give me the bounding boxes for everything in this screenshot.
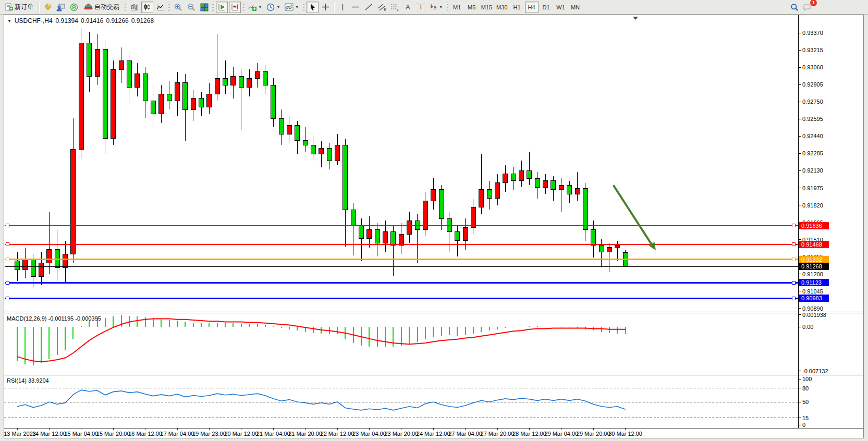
svg-text:17 Mar 04:00: 17 Mar 04:00 bbox=[161, 431, 194, 437]
svg-text:0.91975: 0.91975 bbox=[802, 185, 823, 191]
chart-canvas[interactable]: 0.933700.932150.930600.929050.927500.925… bbox=[4, 15, 863, 438]
timeframe-m1[interactable]: M1 bbox=[450, 2, 464, 13]
equidistant-channel-tool[interactable]: E bbox=[376, 2, 388, 13]
new-order-button[interactable]: 新订单 bbox=[2, 2, 36, 13]
template-button[interactable]: ▼ bbox=[283, 2, 301, 13]
tile-windows-icon bbox=[200, 3, 209, 11]
zoom-out-button[interactable] bbox=[185, 2, 197, 13]
chart-window: ▼ USDCHF-,H4 0.91394 0.91416 0.91266 0.9… bbox=[4, 15, 864, 438]
dropdown-caret-icon: ▼ bbox=[276, 5, 280, 9]
arrows-tool[interactable]: ▼ bbox=[428, 2, 445, 13]
collapse-triangle-icon[interactable]: ▼ bbox=[7, 19, 11, 23]
toolbar-grip bbox=[125, 3, 126, 12]
auto-trading-button[interactable]: 自动交易 bbox=[81, 2, 123, 13]
rsi-label: RSI(14) 33.9204 bbox=[7, 377, 49, 384]
svg-text:0.91045: 0.91045 bbox=[802, 288, 823, 295]
svg-text:0.90890: 0.90890 bbox=[802, 305, 823, 312]
periods-button[interactable]: ▼ bbox=[265, 2, 282, 13]
toolbar-separator bbox=[39, 2, 40, 13]
signals-button[interactable] bbox=[68, 2, 80, 13]
timeframe-h1[interactable]: H1 bbox=[510, 2, 524, 13]
timeframe-d1[interactable]: D1 bbox=[540, 2, 553, 13]
line-chart-button[interactable] bbox=[154, 2, 166, 13]
cursor-button[interactable] bbox=[307, 2, 319, 13]
svg-text:0.91820: 0.91820 bbox=[802, 202, 823, 209]
mt4-terminal: { "toolbar": { "new_order_label": "新订单",… bbox=[0, 0, 868, 441]
svg-text:0.92130: 0.92130 bbox=[802, 167, 823, 174]
fibonacci-tool[interactable]: F bbox=[389, 2, 401, 13]
tile-windows-button[interactable] bbox=[198, 2, 210, 13]
horizontal-line-icon bbox=[351, 3, 360, 11]
timeframe-m30[interactable]: M30 bbox=[495, 2, 509, 13]
svg-text:0.00: 0.00 bbox=[802, 324, 813, 330]
open-value: 0.91394 bbox=[56, 17, 78, 24]
timeframe-mn[interactable]: MN bbox=[569, 2, 582, 13]
toolbar-separator bbox=[334, 2, 335, 13]
timeframe-w1[interactable]: W1 bbox=[554, 2, 568, 13]
crosshair-icon bbox=[322, 3, 329, 11]
timeframe-h4[interactable]: H4 bbox=[525, 2, 539, 13]
svg-text:0.91123: 0.91123 bbox=[801, 279, 822, 286]
timeframe-m5[interactable]: M5 bbox=[465, 2, 479, 13]
cursor-icon bbox=[309, 3, 316, 11]
svg-text:E: E bbox=[384, 8, 386, 11]
gold-diamond-icon bbox=[44, 3, 52, 11]
indicators-icon bbox=[248, 3, 256, 11]
price-tag-0.91332: 0.91332 bbox=[799, 256, 829, 263]
notification-badge[interactable]: 1 bbox=[810, 0, 817, 7]
svg-text:0.93370: 0.93370 bbox=[802, 30, 823, 36]
toolbar-grip bbox=[212, 3, 214, 12]
symbol-period-label: USDCHF-,H4 bbox=[15, 17, 53, 24]
new-order-icon bbox=[5, 3, 13, 11]
candlestick-chart-button[interactable] bbox=[141, 2, 153, 13]
dropdown-caret-icon: ▼ bbox=[258, 5, 262, 9]
vertical-line-tool[interactable] bbox=[337, 2, 349, 13]
bar-chart-button[interactable] bbox=[128, 2, 140, 13]
label-tool[interactable]: T bbox=[415, 2, 427, 13]
svg-text:14 Mar 12:00: 14 Mar 12:00 bbox=[32, 431, 66, 437]
text-tool[interactable]: A bbox=[402, 2, 414, 13]
svg-text:-0.007132: -0.007132 bbox=[802, 368, 828, 374]
high-value: 0.91416 bbox=[81, 17, 103, 24]
navigator-button[interactable] bbox=[55, 2, 67, 13]
navigator-icon bbox=[56, 3, 65, 11]
toolbar-grip bbox=[168, 3, 170, 12]
chart-shift-icon bbox=[231, 3, 239, 11]
trendline-tool[interactable] bbox=[363, 2, 375, 13]
close-value: 0.91268 bbox=[131, 17, 154, 24]
svg-text:21 Mar 04:00: 21 Mar 04:00 bbox=[256, 431, 290, 437]
svg-text:0.91468: 0.91468 bbox=[801, 241, 822, 248]
svg-text:0.91200: 0.91200 bbox=[802, 271, 823, 277]
svg-text:27 Mar 04:00: 27 Mar 04:00 bbox=[448, 431, 482, 437]
svg-text:0.91636: 0.91636 bbox=[801, 223, 822, 229]
svg-text:0.93060: 0.93060 bbox=[802, 64, 823, 70]
arrows-tool-icon bbox=[430, 3, 437, 11]
svg-text:15: 15 bbox=[802, 415, 809, 421]
svg-text:0.92595: 0.92595 bbox=[802, 116, 823, 122]
ea-cap-icon bbox=[84, 3, 93, 11]
toolbar-grip bbox=[243, 3, 244, 12]
horizontal-line-tool[interactable] bbox=[350, 2, 362, 13]
zoom-in-icon bbox=[174, 3, 182, 11]
svg-text:0.001938: 0.001938 bbox=[802, 312, 826, 318]
signals-icon bbox=[70, 3, 78, 11]
macd-label: MACD(12,26,9) -0.001195 -0.000395 bbox=[7, 315, 101, 322]
auto-scroll-button[interactable] bbox=[216, 2, 228, 13]
svg-text:13 Mar 2023: 13 Mar 2023 bbox=[4, 431, 36, 437]
crosshair-button[interactable] bbox=[320, 2, 332, 13]
svg-text:29 Mar 04:00: 29 Mar 04:00 bbox=[544, 431, 578, 437]
search-button[interactable] bbox=[788, 2, 800, 13]
svg-text:80: 80 bbox=[802, 385, 809, 391]
trendline-icon bbox=[364, 3, 373, 11]
price-tag-0.91468: 0.91468 bbox=[799, 241, 829, 248]
indicators-button[interactable]: ▼ bbox=[247, 2, 264, 13]
svg-text:0.91332: 0.91332 bbox=[801, 256, 822, 263]
gold-widget-button[interactable] bbox=[42, 2, 54, 13]
chart-shift-button[interactable] bbox=[229, 2, 241, 13]
timeframe-m15[interactable]: M15 bbox=[480, 2, 494, 13]
dropdown-caret-icon: ▼ bbox=[295, 5, 299, 9]
auto-trading-label: 自动交易 bbox=[94, 3, 119, 11]
zoom-in-button[interactable] bbox=[172, 2, 184, 13]
svg-text:F: F bbox=[397, 8, 399, 11]
svg-text:0.90983: 0.90983 bbox=[801, 295, 822, 301]
